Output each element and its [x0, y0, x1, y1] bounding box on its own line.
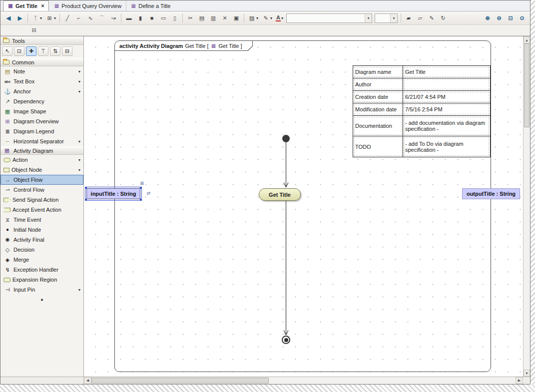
horizontal-scrollbar[interactable]: ◀ ▶	[84, 377, 523, 384]
cut-button[interactable]: ✂	[185, 13, 196, 23]
bring-to-front-button[interactable]: ▰	[403, 13, 414, 23]
horizontal-scroll-thumb[interactable]	[91, 378, 269, 384]
make-same-size-button[interactable]: ■	[146, 13, 157, 23]
palette-item-input-pin[interactable]: ⊣Input Pin▾	[0, 285, 83, 295]
copy-button[interactable]: ▤	[196, 13, 207, 23]
palette-item-accept-event-action[interactable]: Accept Event Action	[0, 205, 83, 215]
palette-item-send-signal-action[interactable]: Send Signal Action	[0, 195, 83, 205]
palette-item-merge[interactable]: ◈Merge	[0, 255, 83, 265]
link-manipulator-icon[interactable]: ⇄	[146, 191, 150, 196]
make-same-width-button[interactable]: ▬	[123, 13, 134, 23]
rectilinear-path-style-button[interactable]: ⌐	[73, 13, 84, 23]
order-tool-button[interactable]: ⇅	[50, 46, 60, 56]
palette-item-dependency[interactable]: ↗Dependency	[0, 96, 83, 106]
activity-final-node[interactable]	[282, 336, 290, 344]
palette-item-expansion-region[interactable]: Expansion Region	[0, 275, 83, 285]
font-family-combo[interactable]: ▾	[286, 13, 372, 23]
diagram-tab-define-a-title[interactable]: ▦Define a Title	[126, 0, 175, 11]
scroll-right-button[interactable]: ▶	[516, 377, 523, 384]
scroll-down-button[interactable]: ▼	[524, 370, 530, 377]
vertical-scrollbar[interactable]: ▲ ▼	[523, 36, 530, 377]
font-size-combo[interactable]: ▾	[375, 13, 398, 23]
smart-manipulator-icon[interactable]: ⊞	[140, 181, 144, 186]
frame-header[interactable]: activity Activity Diagram Get Title [ ▦ …	[115, 41, 253, 51]
dropdown-arrow-icon[interactable]: ▾	[281, 16, 283, 20]
palette-item-exception-handler[interactable]: ↯Exception Handler	[0, 265, 83, 275]
dropdown-arrow-icon[interactable]: ▾	[54, 16, 56, 20]
dropdown-arrow-icon[interactable]: ▾	[78, 89, 80, 94]
diagram-info-table[interactable]: Diagram nameGet TitleAuthorCreation date…	[353, 65, 491, 157]
dropdown-arrow-icon[interactable]: ▾	[78, 158, 80, 162]
back-button[interactable]: ◀	[3, 13, 14, 23]
diagram-canvas[interactable]: activity Activity Diagram Get Title [ ▦ …	[84, 36, 523, 377]
dropdown-arrow-icon[interactable]: ▾	[256, 16, 258, 20]
palette-item-image-shape[interactable]: ▦Image Shape	[0, 106, 83, 116]
output-parameter-node[interactable]: outputTitle : String	[462, 188, 520, 199]
dropdown-arrow-icon[interactable]: ▾	[78, 168, 80, 172]
send-to-back-button[interactable]: ▱	[415, 13, 426, 23]
vertical-scroll-track[interactable]	[524, 43, 530, 370]
fit-in-window-button[interactable]: ⊡	[505, 13, 516, 23]
palette-item-decision[interactable]: ◇Decision	[0, 245, 83, 255]
dropdown-arrow-icon[interactable]: ▾	[40, 16, 42, 20]
containment-tree-button[interactable]: ⊟	[28, 25, 39, 35]
add-related-elements-button[interactable]: ⊞▾	[44, 13, 57, 23]
paste-button[interactable]: ▥	[208, 13, 219, 23]
dropdown-arrow-icon[interactable]: ▾	[78, 79, 80, 84]
input-parameter-pin[interactable]: inputTitle : String	[86, 188, 140, 199]
combo-arrow-icon[interactable]: ▾	[390, 14, 397, 22]
line-color-button[interactable]: ✎▾	[260, 13, 274, 23]
zoom-out-button[interactable]: ⊖	[494, 13, 505, 23]
diagram-tab-product-query-overview[interactable]: ▦Product Query Overview	[49, 0, 126, 11]
palette-scroll-up-icon[interactable]: ▲	[0, 295, 83, 304]
palette-item-activity-final[interactable]: ◉Activity Final	[0, 235, 83, 245]
edit-compartment-button[interactable]: ✎	[426, 13, 437, 23]
palette-item-control-flow[interactable]: ⇀Control Flow	[0, 185, 83, 195]
input-parameter-node[interactable]: inputTitle : String ⊞ ⇄	[85, 187, 142, 201]
curved-path-style-button[interactable]: ∿	[85, 13, 96, 23]
palette-item-action[interactable]: Action▾	[0, 155, 83, 165]
initial-node[interactable]	[282, 135, 290, 142]
rounded-path-style-button[interactable]: ⌒	[96, 13, 107, 23]
palette-item-diagram-legend[interactable]: ≣Diagram Legend	[0, 126, 83, 136]
dropdown-arrow-icon[interactable]: ▾	[270, 16, 272, 20]
refresh-button[interactable]: ↻	[438, 13, 449, 23]
palette-item-note[interactable]: ▤Note▾	[0, 66, 83, 76]
action-node-get-title[interactable]: Get Title	[259, 188, 301, 201]
fill-color-button[interactable]: ▨▾	[246, 13, 260, 23]
palette-item-text-box[interactable]: abcText Box▾	[0, 76, 83, 86]
structure-tool-button[interactable]: ⊟	[62, 46, 72, 56]
pan-tool-button[interactable]: ✚	[26, 46, 36, 56]
dropdown-arrow-icon[interactable]: ▾	[78, 288, 80, 292]
zigzag-path-style-button[interactable]: ↝	[108, 13, 119, 23]
reset-size-button[interactable]: ▯	[169, 13, 180, 23]
make-same-height-button[interactable]: ▮	[135, 13, 146, 23]
zoom-1-1-button[interactable]: ⊙	[517, 13, 528, 23]
font-color-button[interactable]: A▾	[274, 13, 285, 23]
align-tool-button[interactable]: ⊤	[38, 46, 48, 56]
autosize-button[interactable]: ▭	[158, 13, 169, 23]
oblique-path-style-button[interactable]: ╱	[62, 13, 73, 23]
palette-section-header-common[interactable]: Common	[0, 58, 83, 66]
palette-item-anchor[interactable]: ⚓Anchor▾	[0, 86, 83, 96]
palette-item-object-flow[interactable]: →Object Flow	[0, 175, 83, 185]
palette-item-diagram-overview[interactable]: ⊞Diagram Overview	[0, 116, 83, 126]
palette-item-initial-node[interactable]: ●Initial Node	[0, 225, 83, 235]
dropdown-arrow-icon[interactable]: ▾	[78, 69, 80, 74]
marquee-select-tool-button[interactable]: ⊡	[14, 46, 24, 56]
palette-section-header-tools[interactable]: Tools	[0, 36, 83, 45]
select-tool-button[interactable]: ↖	[2, 46, 12, 56]
delete-button[interactable]: ✕	[219, 13, 230, 23]
close-tab-icon[interactable]: ✕	[41, 3, 45, 8]
zoom-in-button[interactable]: ⊕	[482, 13, 493, 23]
diagram-tab-get-title[interactable]: ▦Get Title✕	[3, 0, 49, 11]
combo-arrow-icon[interactable]: ▾	[365, 14, 372, 22]
layout-hierarchy-button[interactable]: ᛉ▾	[30, 13, 43, 23]
scroll-left-button[interactable]: ◀	[84, 377, 91, 384]
palette-item-object-node[interactable]: Object Node▾	[0, 165, 83, 175]
palette-section-header-activity-diagram[interactable]: ▦Activity Diagram	[0, 146, 83, 155]
clone-button[interactable]: ▣	[231, 13, 242, 23]
dropdown-arrow-icon[interactable]: ▾	[78, 139, 80, 144]
vertical-scroll-thumb[interactable]	[524, 43, 530, 127]
horizontal-scroll-track[interactable]	[91, 377, 516, 384]
